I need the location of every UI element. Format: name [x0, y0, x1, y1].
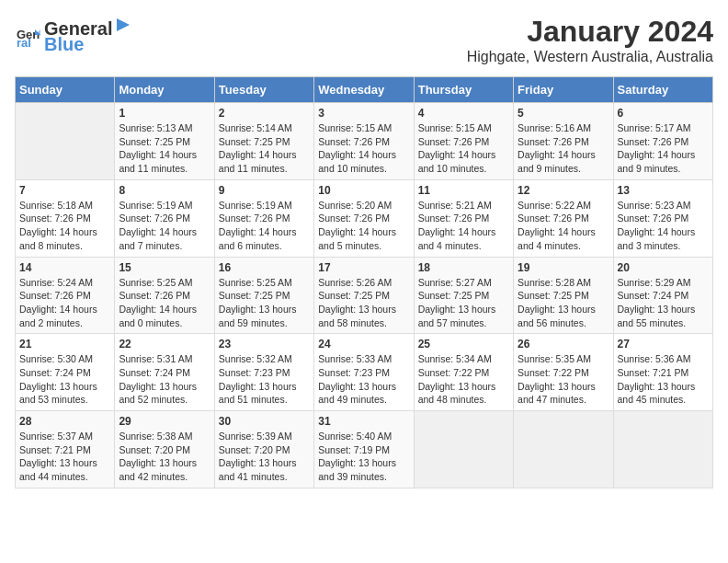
column-header-friday: Friday: [514, 77, 613, 103]
calendar-cell: 11Sunrise: 5:21 AM Sunset: 7:26 PM Dayli…: [414, 179, 513, 257]
logo-arrow-icon: [113, 15, 133, 35]
day-info: Sunrise: 5:25 AM Sunset: 7:25 PM Dayligh…: [219, 276, 310, 330]
day-number: 24: [318, 338, 409, 350]
day-number: 29: [119, 415, 210, 428]
calendar-cell: 30Sunrise: 5:39 AM Sunset: 7:20 PM Dayli…: [214, 411, 313, 488]
calendar-cell: [414, 411, 513, 488]
day-number: 21: [19, 338, 110, 350]
column-header-tuesday: Tuesday: [214, 77, 313, 103]
day-number: 20: [618, 261, 709, 274]
day-number: 23: [219, 338, 310, 350]
day-info: Sunrise: 5:16 AM Sunset: 7:26 PM Dayligh…: [518, 121, 609, 176]
column-header-sunday: Sunday: [16, 77, 115, 103]
calendar-cell: 23Sunrise: 5:32 AM Sunset: 7:23 PM Dayli…: [214, 334, 313, 411]
calendar-cell: [613, 411, 712, 488]
calendar-cell: 29Sunrise: 5:38 AM Sunset: 7:20 PM Dayli…: [115, 411, 214, 488]
calendar-cell: [16, 103, 115, 180]
calendar-cell: 17Sunrise: 5:26 AM Sunset: 7:25 PM Dayli…: [314, 257, 414, 334]
day-info: Sunrise: 5:29 AM Sunset: 7:24 PM Dayligh…: [618, 276, 709, 330]
calendar-cell: 16Sunrise: 5:25 AM Sunset: 7:25 PM Dayli…: [214, 257, 313, 334]
calendar-cell: 19Sunrise: 5:28 AM Sunset: 7:25 PM Dayli…: [514, 257, 613, 334]
week-row-3: 14Sunrise: 5:24 AM Sunset: 7:26 PM Dayli…: [16, 257, 713, 334]
page-header: Gene ral General Blue January 2024 Highg…: [15, 15, 713, 65]
week-row-1: 1Sunrise: 5:13 AM Sunset: 7:25 PM Daylig…: [16, 103, 713, 180]
calendar-table: SundayMondayTuesdayWednesdayThursdayFrid…: [15, 76, 713, 488]
column-header-thursday: Thursday: [414, 77, 513, 103]
svg-marker-4: [117, 18, 130, 31]
calendar-cell: 28Sunrise: 5:37 AM Sunset: 7:21 PM Dayli…: [16, 411, 115, 488]
calendar-cell: 21Sunrise: 5:30 AM Sunset: 7:24 PM Dayli…: [16, 334, 115, 411]
calendar-cell: 13Sunrise: 5:23 AM Sunset: 7:26 PM Dayli…: [613, 179, 712, 257]
calendar-cell: 31Sunrise: 5:40 AM Sunset: 7:19 PM Dayli…: [314, 411, 414, 488]
day-number: 11: [418, 184, 509, 197]
day-info: Sunrise: 5:25 AM Sunset: 7:26 PM Dayligh…: [119, 276, 210, 330]
day-number: 9: [219, 184, 310, 197]
day-number: 17: [318, 261, 409, 274]
title-block: January 2024 Highgate, Western Australia…: [467, 15, 713, 65]
day-info: Sunrise: 5:18 AM Sunset: 7:26 PM Dayligh…: [19, 199, 110, 253]
day-number: 7: [19, 184, 110, 197]
day-info: Sunrise: 5:21 AM Sunset: 7:26 PM Dayligh…: [418, 199, 509, 253]
day-number: 18: [418, 261, 509, 274]
calendar-cell: 7Sunrise: 5:18 AM Sunset: 7:26 PM Daylig…: [16, 179, 115, 257]
calendar-header-row: SundayMondayTuesdayWednesdayThursdayFrid…: [16, 77, 713, 103]
day-number: 14: [19, 261, 110, 274]
calendar-cell: 8Sunrise: 5:19 AM Sunset: 7:26 PM Daylig…: [115, 179, 214, 257]
day-number: 8: [119, 184, 210, 197]
day-number: 1: [119, 107, 210, 120]
logo-icon: Gene ral: [15, 22, 40, 48]
day-number: 2: [219, 107, 310, 120]
calendar-cell: 15Sunrise: 5:25 AM Sunset: 7:26 PM Dayli…: [115, 257, 214, 334]
day-info: Sunrise: 5:36 AM Sunset: 7:21 PM Dayligh…: [618, 352, 709, 407]
week-row-2: 7Sunrise: 5:18 AM Sunset: 7:26 PM Daylig…: [16, 179, 713, 257]
day-number: 31: [318, 415, 409, 428]
day-info: Sunrise: 5:15 AM Sunset: 7:26 PM Dayligh…: [418, 121, 509, 176]
day-info: Sunrise: 5:23 AM Sunset: 7:26 PM Dayligh…: [618, 199, 709, 253]
day-number: 19: [518, 261, 609, 274]
day-number: 15: [119, 261, 210, 274]
day-number: 5: [518, 107, 609, 120]
calendar-cell: 1Sunrise: 5:13 AM Sunset: 7:25 PM Daylig…: [115, 103, 214, 180]
column-header-wednesday: Wednesday: [314, 77, 414, 103]
day-info: Sunrise: 5:26 AM Sunset: 7:25 PM Dayligh…: [318, 276, 409, 330]
day-info: Sunrise: 5:15 AM Sunset: 7:26 PM Dayligh…: [318, 121, 409, 176]
calendar-cell: 22Sunrise: 5:31 AM Sunset: 7:24 PM Dayli…: [115, 334, 214, 411]
calendar-cell: 9Sunrise: 5:19 AM Sunset: 7:26 PM Daylig…: [214, 179, 313, 257]
day-info: Sunrise: 5:19 AM Sunset: 7:26 PM Dayligh…: [119, 199, 210, 253]
day-info: Sunrise: 5:14 AM Sunset: 7:25 PM Dayligh…: [219, 121, 310, 176]
svg-text:ral: ral: [17, 36, 31, 48]
calendar-cell: 27Sunrise: 5:36 AM Sunset: 7:21 PM Dayli…: [613, 334, 712, 411]
day-info: Sunrise: 5:24 AM Sunset: 7:26 PM Dayligh…: [19, 276, 110, 330]
calendar-cell: 6Sunrise: 5:17 AM Sunset: 7:26 PM Daylig…: [613, 103, 712, 180]
day-info: Sunrise: 5:20 AM Sunset: 7:26 PM Dayligh…: [318, 199, 409, 253]
day-number: 27: [618, 338, 709, 350]
day-info: Sunrise: 5:27 AM Sunset: 7:25 PM Dayligh…: [418, 276, 509, 330]
day-info: Sunrise: 5:31 AM Sunset: 7:24 PM Dayligh…: [119, 352, 210, 407]
day-number: 3: [318, 107, 409, 120]
day-number: 12: [518, 184, 609, 197]
calendar-cell: 26Sunrise: 5:35 AM Sunset: 7:22 PM Dayli…: [514, 334, 613, 411]
day-info: Sunrise: 5:34 AM Sunset: 7:22 PM Dayligh…: [418, 352, 509, 407]
day-number: 16: [219, 261, 310, 274]
calendar-cell: 2Sunrise: 5:14 AM Sunset: 7:25 PM Daylig…: [214, 103, 313, 180]
calendar-cell: 24Sunrise: 5:33 AM Sunset: 7:23 PM Dayli…: [314, 334, 414, 411]
day-info: Sunrise: 5:13 AM Sunset: 7:25 PM Dayligh…: [119, 121, 210, 176]
week-row-4: 21Sunrise: 5:30 AM Sunset: 7:24 PM Dayli…: [16, 334, 713, 411]
calendar-cell: 5Sunrise: 5:16 AM Sunset: 7:26 PM Daylig…: [514, 103, 613, 180]
day-number: 25: [418, 338, 509, 350]
day-info: Sunrise: 5:22 AM Sunset: 7:26 PM Dayligh…: [518, 199, 609, 253]
calendar-cell: 12Sunrise: 5:22 AM Sunset: 7:26 PM Dayli…: [514, 179, 613, 257]
day-number: 22: [119, 338, 210, 350]
day-info: Sunrise: 5:32 AM Sunset: 7:23 PM Dayligh…: [219, 352, 310, 407]
day-info: Sunrise: 5:19 AM Sunset: 7:26 PM Dayligh…: [219, 199, 310, 253]
calendar-cell: [514, 411, 613, 488]
logo: Gene ral General Blue: [15, 15, 134, 55]
calendar-cell: 25Sunrise: 5:34 AM Sunset: 7:22 PM Dayli…: [414, 334, 513, 411]
calendar-title: January 2024: [467, 15, 713, 49]
day-number: 28: [19, 415, 110, 428]
day-info: Sunrise: 5:30 AM Sunset: 7:24 PM Dayligh…: [19, 352, 110, 407]
day-info: Sunrise: 5:38 AM Sunset: 7:20 PM Dayligh…: [119, 430, 210, 484]
day-info: Sunrise: 5:17 AM Sunset: 7:26 PM Dayligh…: [618, 121, 709, 176]
calendar-cell: 4Sunrise: 5:15 AM Sunset: 7:26 PM Daylig…: [414, 103, 513, 180]
day-number: 26: [518, 338, 609, 350]
